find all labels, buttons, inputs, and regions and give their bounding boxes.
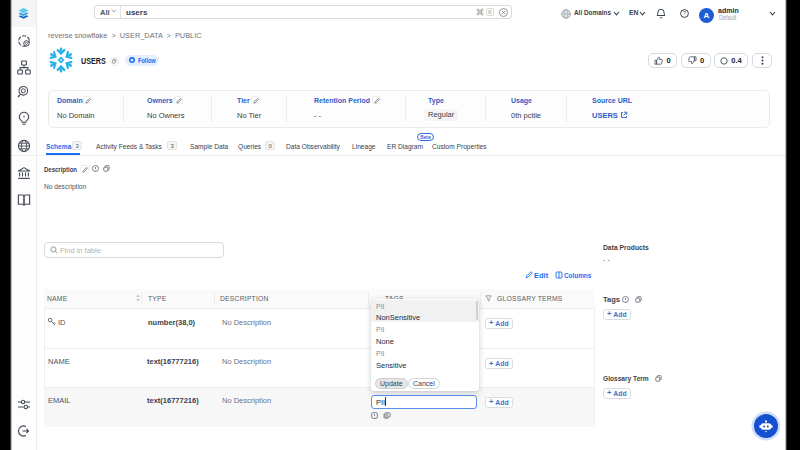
svg-text:?: ? [683,10,686,16]
